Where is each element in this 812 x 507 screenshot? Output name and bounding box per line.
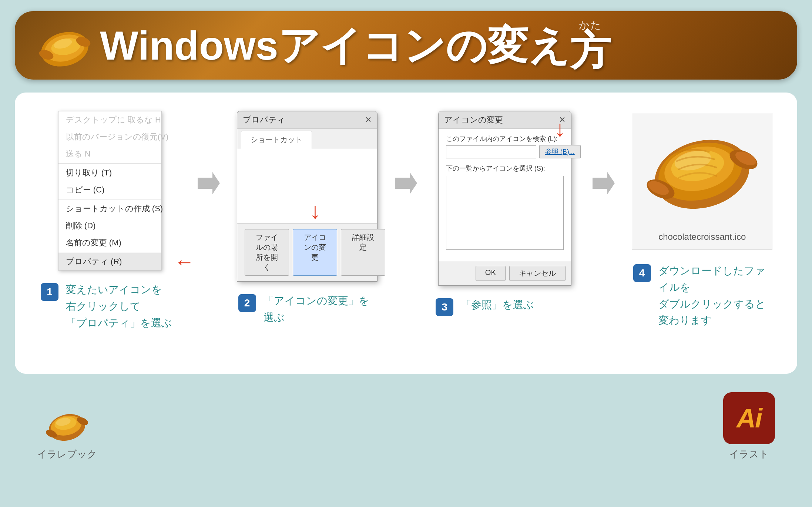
svg-marker-8	[593, 172, 615, 194]
step-1: デスクトップに 取るな H 以前のバージョンの復元(V) 送る N 切り取り (…	[37, 111, 183, 331]
icon-dialog-footer: OK キャンセル	[439, 261, 571, 285]
header-title-windows: Windows	[100, 25, 278, 66]
dialog-footer: ファイルの場所を開く アイコンの変更 ↓ 詳細設定	[237, 223, 377, 281]
properties-dialog: プロパティ ✕ ショートカット ファイルの場所を開く	[237, 111, 378, 282]
header-title-wrap: Windows アイコンの変え かた 方	[100, 20, 611, 71]
icon-dialog-titlebar: アイコンの変更 ✕	[439, 111, 571, 129]
step-2: プロパティ ✕ ショートカット ファイルの場所を開く	[235, 111, 380, 326]
btn-advanced[interactable]: 詳細設定	[341, 229, 385, 276]
icon-search-input[interactable]	[446, 145, 536, 158]
step-4-number: 4	[633, 264, 651, 282]
icon-dialog-body: このファイル内のアイコンを検索 (L): 参照 (B)... ↓ 下の一覧からア…	[439, 129, 571, 261]
menu-separator-3	[58, 252, 161, 252]
step-3-text: 「参照」を選ぶ	[461, 297, 534, 313]
menu-item-send: 送る N	[58, 145, 161, 162]
icon-list-label: 下の一覧からアイコンを選択 (S):	[446, 164, 564, 173]
step-2-text: 「アイコンの変更」を選ぶ	[264, 293, 377, 326]
step-3-label: 3 「参照」を選ぶ	[432, 297, 578, 316]
file-name: chocolatecroissant.ico	[658, 232, 746, 242]
step-container: デスクトップに 取るな H 以前のバージョンの復元(V) 送る N 切り取り (…	[37, 111, 775, 331]
menu-item-shortcut[interactable]: ショートカットの作成 (S)	[58, 200, 161, 217]
icon-browse-btn[interactable]: 参照 (B)... ↓	[539, 145, 581, 158]
main-container: Windows アイコンの変え かた 方 デスクトップに 取るな H 以前のバー…	[0, 0, 812, 507]
icon-cancel-btn[interactable]: キャンセル	[509, 266, 566, 281]
illustrator-label: イラスト	[729, 448, 769, 461]
menu-item-desktop: デスクトップに 取るな H	[58, 111, 161, 128]
content-area: デスクトップに 取るな H 以前のバージョンの復元(V) 送る N 切り取り (…	[15, 93, 797, 374]
icon-search-row: 参照 (B)... ↓	[446, 145, 564, 158]
dialog-tab-shortcut[interactable]: ショートカット	[241, 131, 312, 149]
step-1-text: 変えたいアイコンを右クリックして「プロパティ」を選ぶ	[66, 282, 172, 331]
menu-separator-2	[58, 199, 161, 199]
icon-list-area	[446, 176, 564, 250]
header-croissant-icon	[37, 21, 93, 70]
icon-ok-btn[interactable]: OK	[476, 266, 506, 281]
properties-dialog-wrap: プロパティ ✕ ショートカット ファイルの場所を開く	[237, 111, 378, 282]
red-arrow-down-2: ↓	[309, 200, 321, 222]
header-title-icon: アイコンの変え	[278, 25, 570, 66]
footer-brand-label: イラレブック	[37, 448, 97, 461]
header-title-kata: 方	[570, 30, 611, 71]
step-2-label: 2 「アイコンの変更」を選ぶ	[235, 293, 380, 326]
dialog-body	[237, 149, 377, 223]
step-3-number: 3	[436, 298, 453, 316]
footer: イラレブック Ai イラスト	[15, 385, 797, 468]
step-1-visual: デスクトップに 取るな H 以前のバージョンの復元(V) 送る N 切り取り (…	[37, 111, 183, 271]
step-4-visual: chocolatecroissant.ico	[630, 111, 775, 252]
red-arrow-left: ←	[174, 252, 195, 272]
dialog-close-btn[interactable]: ✕	[365, 115, 372, 125]
footer-croissant-icon	[45, 407, 89, 444]
header-banner: Windows アイコンの変え かた 方	[15, 11, 797, 80]
menu-separator-1	[58, 163, 161, 164]
menu-item-cut[interactable]: 切り取り (T)	[58, 164, 161, 181]
footer-right: Ai イラスト	[723, 392, 775, 461]
dialog-tabs: ショートカット	[237, 129, 377, 149]
menu-item-restore: 以前のバージョンの復元(V)	[58, 128, 161, 145]
step-1-label: 1 変えたいアイコンを右クリックして「プロパティ」を選ぶ	[37, 282, 183, 331]
step-3: アイコンの変更 ✕ このファイル内のアイコンを検索 (L): 参照 (B)...…	[432, 111, 578, 316]
step-4-text: ダウンロードしたファイルをダブルクリックすると変わります	[658, 263, 772, 329]
icon-search-label: このファイル内のアイコンを検索 (L):	[446, 134, 564, 143]
step-4: chocolatecroissant.ico 4 ダウンロードしたファイルをダブ…	[630, 111, 775, 329]
ai-logo: Ai	[723, 392, 775, 444]
red-arrow-down-3: ↓	[554, 118, 566, 140]
context-menu: デスクトップに 取るな H 以前のバージョンの復元(V) 送る N 切り取り (…	[58, 111, 162, 271]
step-4-label: 4 ダウンロードしたファイルをダブルクリックすると変わります	[630, 263, 775, 329]
menu-item-delete[interactable]: 削除 (D)	[58, 217, 161, 234]
icon-change-dialog: アイコンの変更 ✕ このファイル内のアイコンを検索 (L): 参照 (B)...…	[438, 111, 571, 286]
step-2-visual: プロパティ ✕ ショートカット ファイルの場所を開く	[235, 111, 380, 282]
dialog-titlebar: プロパティ ✕	[237, 111, 377, 129]
step-3-visual: アイコンの変更 ✕ このファイル内のアイコンを検索 (L): 参照 (B)...…	[432, 111, 578, 286]
menu-item-copy[interactable]: コピー (C)	[58, 181, 161, 198]
svg-marker-6	[198, 172, 220, 194]
svg-marker-7	[395, 172, 417, 194]
icon-dialog-title: アイコンの変更	[444, 114, 503, 125]
file-preview: chocolatecroissant.ico	[632, 113, 772, 250]
btn-open-location[interactable]: ファイルの場所を開く	[245, 229, 289, 276]
croissant-large-icon	[639, 121, 765, 224]
btn-change-icon[interactable]: アイコンの変更 ↓	[293, 229, 337, 276]
menu-item-rename[interactable]: 名前の変更 (M)	[58, 234, 161, 251]
arrow-1	[194, 111, 224, 196]
arrow-2	[391, 111, 421, 196]
arrow-3	[589, 111, 618, 196]
dialog-title: プロパティ	[243, 114, 285, 125]
header-title-kata-wrap: かた 方	[570, 20, 611, 71]
footer-left: イラレブック	[37, 407, 97, 461]
step-1-number: 1	[41, 283, 58, 301]
menu-item-properties[interactable]: プロパティ (R) ←	[58, 253, 161, 270]
step-2-number: 2	[238, 294, 256, 312]
